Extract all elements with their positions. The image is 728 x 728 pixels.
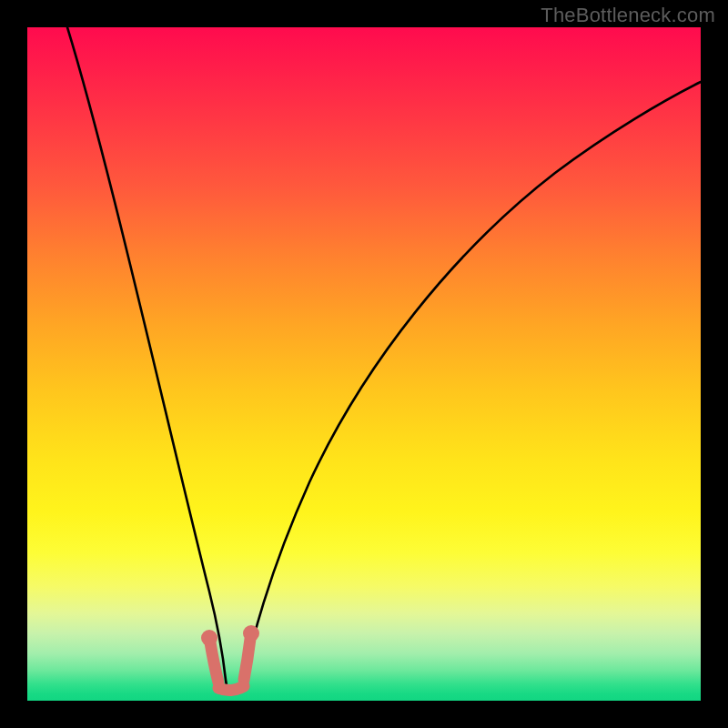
plot-area	[27, 27, 701, 701]
watermark-text: TheBottleneck.com	[541, 4, 715, 27]
highlight-bracket	[210, 639, 250, 691]
highlight-right-stem	[244, 639, 250, 680]
curve-layer	[27, 27, 701, 701]
highlight-dot-left	[201, 630, 217, 646]
highlight-dot-right	[243, 625, 259, 642]
chart-frame: TheBottleneck.com	[0, 0, 728, 728]
highlight-base	[218, 686, 244, 691]
highlight-left-stem	[210, 642, 218, 682]
bottleneck-curve	[67, 27, 701, 693]
